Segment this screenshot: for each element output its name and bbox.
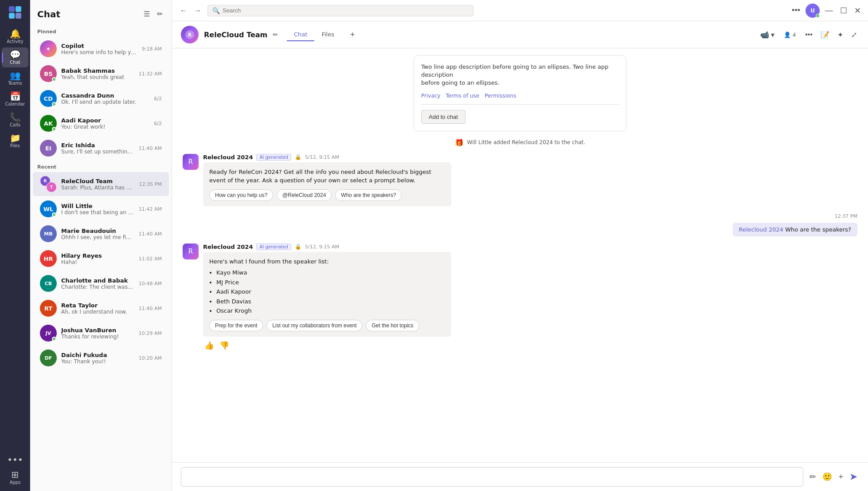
forward-button[interactable]: → (192, 4, 204, 17)
messages-area: Two line app description before going to… (172, 48, 868, 462)
sidebar-actions: ☰ ✏ (142, 8, 164, 20)
chat-item-marie[interactable]: MB Marie Beaudouin Ohhh I see, yes let m… (33, 222, 169, 246)
maximize-button[interactable]: ☐ (838, 4, 849, 17)
add-tab-button[interactable]: + (347, 28, 359, 41)
edit-chat-name-icon[interactable]: ✏ (273, 31, 278, 38)
chat-item-charlotte-babak[interactable]: CB Charlotte and Babak Charlotte: The cl… (33, 271, 169, 295)
terms-link[interactable]: Terms of use (446, 93, 479, 99)
chat-options-button[interactable]: ••• (803, 28, 815, 41)
chat-preview-eric: Sure, I'll set up something for next wee… (61, 149, 134, 155)
chat-preview-relecloud: Sarah: Plus, Atlanta has a growing tech … (61, 185, 135, 191)
nav-calendar[interactable]: 📅 Calendar (2, 89, 28, 109)
chat-time-babak: 11:32 AM (139, 71, 162, 77)
avatar-joshua: JV (40, 325, 57, 342)
nav-activity[interactable]: 🔔 Activity (2, 27, 28, 47)
chat-item-copilot[interactable]: ✦ Copilot Here's some info to help you p… (33, 37, 169, 61)
add-to-chat-button[interactable]: Add to chat (421, 110, 465, 124)
filter-button[interactable]: ☰ (142, 8, 152, 20)
bot-avatar-2: R (183, 244, 199, 259)
tab-chat[interactable]: Chat (287, 28, 314, 41)
more-options-button[interactable]: ••• (790, 4, 802, 17)
system-message: 🎁 Will Little added Relecloud 2024 to th… (183, 138, 857, 147)
participants-button[interactable]: 👤 4 (780, 30, 799, 40)
status-dot-babak (52, 77, 56, 82)
thumbs-up-button[interactable]: 👍 (203, 339, 215, 352)
bot-meta-2: Relecloud 2024 AI generated 🔒 5/12, 9:15… (203, 244, 857, 250)
app-card-links: Privacy Terms of use Permissions (421, 93, 619, 99)
chat-item-relecloud[interactable]: R T ReleCloud Team Sarah: Plus, Atlanta … (33, 172, 169, 196)
chip-relecloud[interactable]: @ReleCloud 2024 (277, 189, 332, 201)
search-box[interactable]: 🔍 (207, 5, 473, 16)
lock-icon-1: 🔒 (295, 154, 301, 160)
avatar-charlotte-babak: CB (40, 275, 57, 292)
chip-collaborators[interactable]: List out my collaborators from event (266, 320, 362, 331)
chat-item-reta[interactable]: RT Reta Taylor Ah, ok I understand now. … (33, 296, 169, 320)
copilot-button[interactable]: ✦ (835, 28, 845, 41)
chat-name-cassandra: Cassandra Dunn (61, 92, 149, 99)
nav-apps[interactable]: ⊞ Apps (2, 467, 28, 487)
avatar-copilot: ✦ (40, 40, 57, 57)
thumbs-down-button[interactable]: 👎 (218, 339, 231, 352)
chip-hot-topics[interactable]: Get the hot topics (366, 320, 419, 331)
chat-item-aadi[interactable]: AK Aadi Kapoor You: Great work! 6/2 (33, 111, 169, 135)
chat-tabs: Chat Files (287, 28, 341, 41)
message-input-wrapper[interactable] (181, 467, 803, 487)
chat-item-cassandra[interactable]: CD Cassandra Dunn Ok. I'll send an updat… (33, 86, 169, 110)
bot-bubble-1: Ready for ReleCon 2024? Get all the info… (203, 162, 451, 206)
avatar-aadi: AK (40, 115, 57, 132)
tab-files[interactable]: Files (314, 28, 341, 41)
chat-time-daichi: 10:20 AM (139, 355, 162, 361)
search-input[interactable] (223, 7, 469, 14)
feedback-row: 👍 👎 (203, 339, 857, 352)
svg-rect-2 (9, 13, 15, 19)
chat-name-will: Will Little (61, 203, 134, 209)
chip-speakers[interactable]: Who are the speakers? (335, 189, 402, 201)
search-icon: 🔍 (212, 7, 220, 14)
prompt-chips-1: How can you help us? @ReleCloud 2024 Who… (209, 189, 445, 201)
message-input[interactable] (187, 474, 798, 480)
chat-time-hilary: 11:02 AM (139, 256, 162, 262)
user-avatar[interactable]: U (805, 4, 820, 18)
chip-how-can[interactable]: How can you help us? (209, 189, 273, 201)
app-card-wrapper: Two line app description before going to… (183, 55, 857, 131)
chat-preview-reta: Ah, ok I understand now. (61, 309, 134, 315)
chat-item-hilary[interactable]: HR Hilary Reyes Haha! 11:02 AM (33, 247, 169, 271)
chat-item-eric[interactable]: EI Eric Ishida Sure, I'll set up somethi… (33, 136, 169, 160)
chat-item-will[interactable]: WL Will Little I don't see that being an… (33, 197, 169, 221)
user-bubble-1: Relecloud 2024 Who are the speakers? (733, 223, 858, 236)
emoji-button[interactable]: 🙂 (821, 470, 834, 483)
attach-button[interactable]: + (837, 471, 845, 483)
format-button[interactable]: ✏ (808, 470, 818, 483)
chat-preview-cassandra: Ok. I'll send an update later. (61, 99, 149, 105)
minimize-button[interactable]: — (823, 4, 835, 17)
avatar-cassandra: CD (40, 90, 57, 107)
send-button[interactable]: ➤ (848, 469, 859, 484)
chat-item-daichi[interactable]: DF Daichi Fukuda You: Thank you!! 10:20 … (33, 346, 169, 370)
chat-item-joshua[interactable]: JV Joshua VanBuren Thanks for reviewing!… (33, 321, 169, 345)
user-text-main-1: Who are the speakers? (785, 226, 851, 233)
app-logo[interactable] (6, 4, 24, 21)
chip-prep-event[interactable]: Prep for the event (209, 320, 263, 331)
new-chat-button[interactable]: ✏ (155, 8, 164, 20)
permissions-link[interactable]: Permissions (485, 93, 516, 99)
nav-more[interactable]: ••• (2, 452, 28, 467)
nav-files[interactable]: 📁 Files (2, 131, 28, 151)
privacy-link[interactable]: Privacy (421, 93, 440, 99)
expand-button[interactable]: ⤢ (849, 28, 859, 41)
status-dot-aadi (52, 127, 56, 131)
activity-icon: 🔔 (10, 29, 21, 38)
chat-name-marie: Marie Beaudouin (61, 228, 134, 234)
gift-icon: 🎁 (455, 138, 464, 147)
chat-name-relecloud: ReleCloud Team (61, 178, 135, 185)
notes-button[interactable]: 📝 (818, 28, 832, 41)
chat-name-hilary: Hilary Reyes (61, 252, 134, 259)
nav-teams[interactable]: 👥 Teams (2, 68, 28, 88)
back-button[interactable]: ← (177, 4, 190, 17)
nav-chat[interactable]: 💬 Chat (2, 47, 28, 67)
bot-bubble-2: Here's what I found from the speaker lis… (203, 252, 451, 337)
status-dot-will (52, 212, 56, 217)
chat-item-babak[interactable]: BS Babak Shammas Yeah, that sounds great… (33, 62, 169, 86)
close-button[interactable]: ✕ (852, 4, 863, 17)
nav-calls[interactable]: 📞 Calls (2, 110, 28, 130)
video-call-button[interactable]: 📹 ▾ (758, 28, 777, 41)
